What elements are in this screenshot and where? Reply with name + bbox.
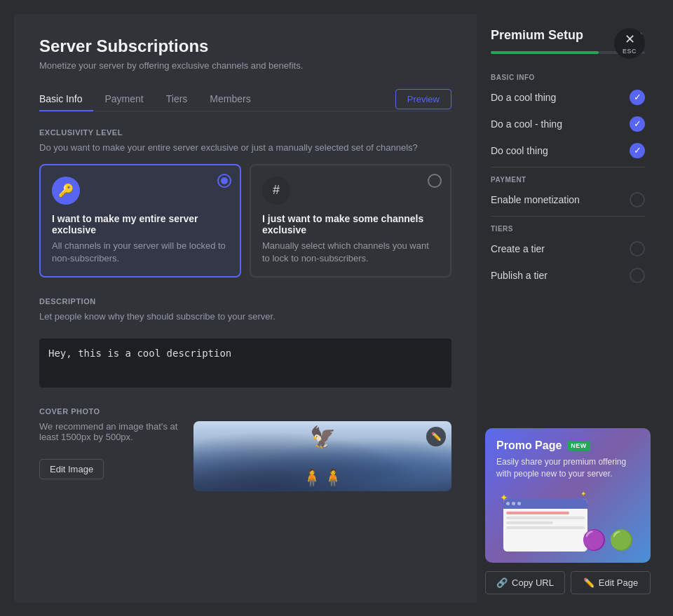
sidebar-item-label-2: Do a cool - thing — [491, 118, 562, 130]
page-subtitle: Monetize your server by offering exclusi… — [39, 60, 451, 71]
cover-creature-icon: 🦅 — [310, 425, 336, 449]
browser-dot-2 — [512, 502, 515, 505]
browser-line-4 — [506, 526, 585, 529]
sidebar-content: BASIC INFO Do a cool thing ✓ Do a cool -… — [477, 62, 659, 420]
description-textarea[interactable]: Hey, this is a cool description — [39, 338, 451, 388]
tabs-bar: Basic Info Payment Tiers Members Preview — [39, 88, 451, 111]
tab-basic-info[interactable]: Basic Info — [39, 88, 93, 111]
page-title: Server Subscriptions — [39, 36, 451, 56]
cover-photo-label: COVER PHOTO — [39, 407, 451, 416]
close-x-icon: ✕ — [625, 32, 635, 47]
promo-card-top: Promo Page NEW — [496, 439, 639, 452]
copy-url-button[interactable]: 🔗 Copy URL — [485, 571, 565, 594]
modal-container: Server Subscriptions Monetize your serve… — [14, 14, 659, 603]
progress-bar-fill — [491, 51, 599, 54]
sidebar-item-do-cool-thing-1: Do a cool thing ✓ — [477, 84, 659, 111]
edit-page-label: Edit Page — [599, 577, 638, 588]
description-section: DESCRIPTION Let people know why they sho… — [39, 297, 451, 390]
browser-mockup — [503, 499, 587, 552]
sidebar-item-label-1: Do a cool thing — [491, 92, 556, 103]
right-sidebar: Premium Setup ∧ BASIC INFO Do a cool thi… — [477, 14, 659, 603]
promo-characters: 🟣 🟢 — [582, 528, 634, 552]
card1-desc: All channels in your server will be lock… — [52, 240, 229, 265]
edit-page-button[interactable]: ✏️ Edit Page — [571, 571, 651, 594]
sparkle-icon-2: ✦ — [580, 490, 586, 498]
sidebar-title: Premium Setup — [491, 28, 583, 43]
empty-circle-publish-tier — [630, 268, 645, 283]
sidebar-item-label-publish-tier: Publish a tier — [491, 270, 548, 281]
cover-desc: We recommend an image that's at least 15… — [39, 421, 179, 442]
browser-line-3 — [506, 521, 553, 524]
card2-desc: Manually select which channels you want … — [262, 240, 439, 265]
esc-label: ESC — [623, 48, 637, 55]
char-green: 🟢 — [609, 528, 634, 552]
exclusivity-label: EXCLUSIVITY LEVEL — [39, 128, 451, 137]
exclusivity-cards: 🔑 I want to make my entire server exclus… — [39, 164, 451, 278]
description-label: DESCRIPTION — [39, 297, 451, 306]
cover-photo-section: COVER PHOTO We recommend an image that's… — [39, 407, 451, 491]
sidebar-item-label-create-tier: Create a tier — [491, 243, 545, 254]
promo-illustration: ✦ ✦ 🟣 🟢 — [496, 488, 639, 552]
edit-cover-button[interactable]: ✏️ — [426, 427, 446, 446]
divider-1 — [491, 167, 645, 167]
sparkle-icon-1: ✦ — [500, 492, 508, 503]
browser-line-1 — [506, 512, 569, 514]
link-icon: 🔗 — [496, 577, 508, 588]
cover-image-container: 🦅 🧍🧍 ✏️ — [193, 421, 451, 491]
card2-title: I just want to make some channels exclus… — [262, 213, 439, 235]
divider-2 — [491, 216, 645, 217]
sidebar-item-do-cool-thing-3: Do cool thing ✓ — [477, 137, 659, 164]
check-icon-3: ✓ — [630, 143, 645, 158]
exclusivity-desc: Do you want to make your entire server e… — [39, 142, 451, 153]
cover-figures-icon: 🧍🧍 — [301, 468, 344, 488]
sidebar-item-do-cool-thing-2: Do a cool - thing ✓ — [477, 111, 659, 137]
hashtag-icon: # — [262, 177, 290, 205]
description-desc: Let people know why they should subscrib… — [39, 311, 451, 322]
key-icon: 🔑 — [52, 177, 80, 205]
esc-button[interactable]: ✕ ESC — [614, 28, 645, 59]
tab-members[interactable]: Members — [198, 88, 261, 111]
browser-body — [503, 509, 587, 552]
cover-info: We recommend an image that's at least 15… — [39, 421, 179, 479]
char-purple: 🟣 — [582, 528, 606, 552]
cover-image: 🦅 🧍🧍 — [193, 421, 451, 491]
sidebar-basic-info-label: BASIC INFO — [477, 68, 659, 84]
copy-url-label: Copy URL — [512, 577, 554, 588]
sidebar-item-create-tier: Create a tier — [477, 235, 659, 262]
sidebar-payment-label: PAYMENT — [477, 170, 659, 186]
sidebar-item-publish-tier: Publish a tier — [477, 262, 659, 289]
tab-tiers[interactable]: Tiers — [155, 88, 199, 111]
excl-card-entire-server[interactable]: 🔑 I want to make my entire server exclus… — [39, 164, 241, 278]
promo-desc: Easily share your premium offering with … — [496, 456, 639, 480]
edit-image-button[interactable]: Edit Image — [39, 459, 104, 479]
left-panel: Server Subscriptions Monetize your serve… — [14, 14, 477, 603]
browser-line-2 — [506, 516, 585, 519]
promo-card: Promo Page NEW Easily share your premium… — [485, 428, 651, 563]
exclusivity-section: EXCLUSIVITY LEVEL Do you want to make yo… — [39, 128, 451, 278]
promo-title: Promo Page — [496, 439, 562, 452]
sidebar-item-label-monetization: Enable monetization — [491, 194, 580, 205]
browser-dot-3 — [517, 502, 521, 505]
card-radio-entire — [217, 174, 231, 188]
check-icon-2: ✓ — [630, 116, 645, 132]
new-badge: NEW — [567, 441, 590, 451]
empty-circle-monetization — [630, 192, 645, 207]
tab-payment[interactable]: Payment — [93, 88, 154, 111]
sidebar-item-label-3: Do cool thing — [491, 145, 548, 156]
pencil-icon: ✏️ — [583, 577, 594, 588]
promo-actions: 🔗 Copy URL ✏️ Edit Page — [477, 571, 659, 603]
browser-bar — [503, 499, 587, 509]
card-radio-some — [428, 174, 442, 188]
excl-card-some-channels[interactable]: # I just want to make some channels excl… — [250, 164, 451, 278]
sidebar-tiers-label: TIERS — [477, 219, 659, 235]
card1-title: I want to make my entire server exclusiv… — [52, 213, 229, 235]
cover-section: We recommend an image that's at least 15… — [39, 421, 451, 491]
preview-button[interactable]: Preview — [395, 89, 451, 109]
check-icon-1: ✓ — [630, 90, 645, 105]
empty-circle-create-tier — [630, 241, 645, 256]
sidebar-item-enable-monetization: Enable monetization — [477, 186, 659, 213]
